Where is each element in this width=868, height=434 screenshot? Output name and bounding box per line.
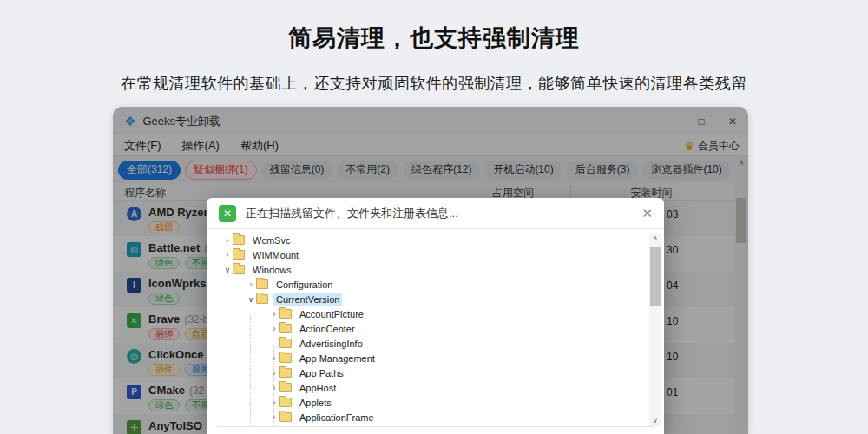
chevron-right-icon[interactable]: ›: [222, 235, 233, 245]
tree-node-label: WcmSvc: [250, 234, 293, 247]
tree-row[interactable]: ›AccountPicture: [207, 306, 639, 321]
chevron-right-icon[interactable]: ›: [269, 383, 279, 392]
tree-leaf-connector-icon: –: [269, 339, 279, 349]
scan-dialog-header: ✕ 正在扫描残留文件、文件夹和注册表信息... ✕: [207, 198, 664, 229]
chevron-down-icon[interactable]: ∨: [222, 266, 233, 274]
folder-icon: [279, 324, 292, 333]
dialog-scrollbar[interactable]: ∧ ∨: [649, 233, 661, 426]
page-subtitle: 在常规清理软件的基础上，还支持对顽固软件的强制清理，能够简单快速的清理各类残留: [0, 73, 868, 94]
tree-row[interactable]: ›ApplicationFrame: [207, 410, 639, 424]
scan-dialog: ✕ 正在扫描残留文件、文件夹和注册表信息... ✕ ›WcmSvc›WIMMou…: [207, 198, 664, 434]
chevron-right-icon[interactable]: ›: [269, 324, 279, 333]
folder-icon: [279, 353, 292, 363]
tree-node-label: Applets: [297, 397, 334, 409]
scroll-up-icon[interactable]: ∧: [649, 233, 661, 244]
tree-node-label: Windows: [250, 264, 294, 276]
folder-icon: [233, 250, 245, 260]
tree-row[interactable]: ›Applets: [207, 395, 639, 410]
tree-row[interactable]: ›AppHost: [207, 380, 639, 395]
page: 简易清理，也支持强制清理 在常规清理软件的基础上，还支持对顽固软件的强制清理，能…: [0, 0, 868, 434]
dialog-footer-divider: [217, 426, 654, 427]
folder-icon: [279, 412, 292, 422]
chevron-right-icon[interactable]: ›: [269, 353, 279, 363]
tree-node-label: AccountPicture: [297, 308, 366, 320]
tree-node-label: ApplicationFrame: [297, 411, 377, 424]
tree-node-label: Configuration: [273, 279, 335, 291]
scan-status-text: 正在扫描残留文件、文件夹和注册表信息...: [246, 206, 458, 221]
chevron-right-icon[interactable]: ›: [269, 412, 279, 422]
tree-row[interactable]: ›Configuration: [207, 277, 639, 292]
folder-icon: [233, 265, 245, 274]
tree-node-label: AdvertisingInfo: [297, 338, 365, 350]
folder-icon: [233, 235, 245, 245]
tree-row[interactable]: ›App Management: [207, 351, 639, 365]
tree-row[interactable]: ∨Windows: [207, 262, 639, 277]
tree-node-label: App Management: [297, 352, 378, 365]
folder-icon: [279, 368, 292, 378]
tree-node-label: CurrentVersion: [273, 293, 342, 306]
tree-node-label: App Paths: [297, 367, 346, 379]
scroll-down-icon[interactable]: ∨: [649, 415, 661, 426]
chevron-right-icon[interactable]: ›: [222, 250, 233, 260]
tree-row[interactable]: ›App Paths: [207, 365, 639, 380]
chevron-right-icon[interactable]: ›: [269, 368, 279, 378]
scanned-app-icon: ✕: [219, 205, 236, 222]
tree-row[interactable]: ›ActionCenter: [207, 321, 639, 336]
page-title: 简易清理，也支持强制清理: [0, 23, 868, 54]
scrollbar-thumb[interactable]: [650, 247, 661, 306]
dialog-close-icon[interactable]: ✕: [641, 206, 653, 221]
chevron-right-icon[interactable]: ›: [269, 398, 279, 407]
tree-node-label: AppHost: [297, 382, 339, 394]
folder-icon: [279, 398, 292, 407]
chevron-right-icon[interactable]: ›: [246, 279, 256, 289]
tree-row[interactable]: ›WcmSvc: [207, 233, 639, 247]
chevron-right-icon[interactable]: ›: [269, 309, 279, 319]
tree-row[interactable]: –AdvertisingInfo: [207, 336, 639, 351]
chevron-down-icon[interactable]: ∨: [246, 295, 256, 304]
folder-icon: [279, 383, 292, 392]
folder-icon: [256, 294, 268, 304]
folder-icon: [279, 309, 292, 319]
tree-node-label: WIMMount: [250, 249, 301, 261]
tree-node-label: ActionCenter: [297, 323, 358, 335]
tree-row[interactable]: ›WIMMount: [207, 247, 639, 262]
folder-icon: [256, 279, 268, 289]
folder-icon: [279, 339, 292, 348]
registry-tree: ›WcmSvc›WIMMount∨Windows›Configuration∨C…: [207, 233, 639, 426]
tree-row[interactable]: ∨CurrentVersion: [207, 292, 639, 306]
